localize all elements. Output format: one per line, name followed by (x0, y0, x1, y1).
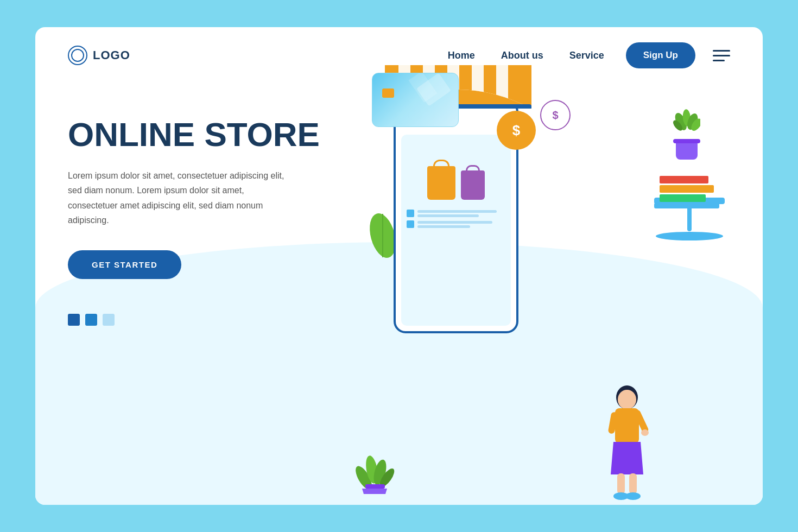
nav-links: Home About us Service (448, 50, 604, 61)
logo-icon (68, 46, 87, 65)
dot-2 (85, 314, 97, 326)
coin-small-icon: $ (540, 100, 571, 130)
dot-1 (68, 314, 80, 326)
info-lines-1 (417, 210, 505, 217)
info-lines-2 (417, 221, 505, 228)
table-leg (687, 204, 692, 231)
woman-figure-illustration (600, 382, 649, 502)
svg-point-29 (625, 492, 641, 500)
pot-body (676, 143, 698, 160)
info-square-2 (407, 220, 414, 228)
hamburger-line-3 (713, 60, 725, 61)
shopping-bags (401, 135, 511, 205)
nav-item-home[interactable]: Home (448, 50, 475, 61)
hamburger-line-1 (713, 50, 730, 52)
floor-plant-illustration (350, 451, 399, 496)
illustration-area: $ $ (328, 89, 730, 505)
logo-text: LOGO (93, 48, 130, 62)
content-area: ONLINE STORE Lorem ipsum dolor sit amet,… (35, 84, 763, 505)
card-chip (382, 88, 394, 98)
nav-item-service[interactable]: Service (569, 50, 604, 61)
svg-rect-17 (365, 484, 385, 489)
pot-rim (673, 139, 700, 143)
info-row-2 (407, 220, 505, 228)
nav-item-about[interactable]: About us (501, 50, 543, 61)
dot-3 (103, 314, 115, 326)
hero-description: Lorem ipsum dolor sit amet, consectetuer… (68, 168, 285, 227)
coin-large-symbol: $ (512, 122, 520, 139)
main-card: LOGO Home About us Service Sign Up ONLIN… (35, 27, 763, 505)
books-stack (660, 176, 714, 202)
phone-info-area (401, 205, 511, 232)
table-area (654, 198, 725, 241)
navbar: LOGO Home About us Service Sign Up (35, 27, 763, 84)
svg-rect-27 (629, 473, 637, 494)
get-started-button[interactable]: GET STARTED (68, 250, 181, 279)
coin-large-icon: $ (497, 111, 536, 150)
phone-screen (401, 135, 511, 326)
decorative-dots (68, 314, 328, 326)
svg-point-24 (641, 429, 649, 436)
plant-leaves (673, 105, 700, 138)
info-square-1 (407, 210, 414, 217)
logo-area: LOGO (68, 46, 130, 65)
hero-section: ONLINE STORE Lorem ipsum dolor sit amet,… (68, 89, 328, 505)
book-3 (660, 194, 706, 202)
info-row-1 (407, 210, 505, 217)
svg-rect-26 (617, 473, 625, 494)
hamburger-menu-icon[interactable] (713, 50, 730, 61)
book-1 (660, 176, 708, 183)
hamburger-line-2 (713, 55, 730, 56)
bag-orange-icon (427, 166, 455, 200)
book-2 (660, 185, 714, 193)
shelf-plant-illustration (673, 105, 700, 160)
svg-point-12 (656, 232, 723, 240)
coin-small-symbol: $ (552, 109, 558, 122)
signup-button[interactable]: Sign Up (626, 42, 695, 68)
hero-title: ONLINE STORE (68, 116, 328, 153)
bag-purple-icon (461, 170, 485, 200)
svg-point-21 (618, 390, 636, 409)
